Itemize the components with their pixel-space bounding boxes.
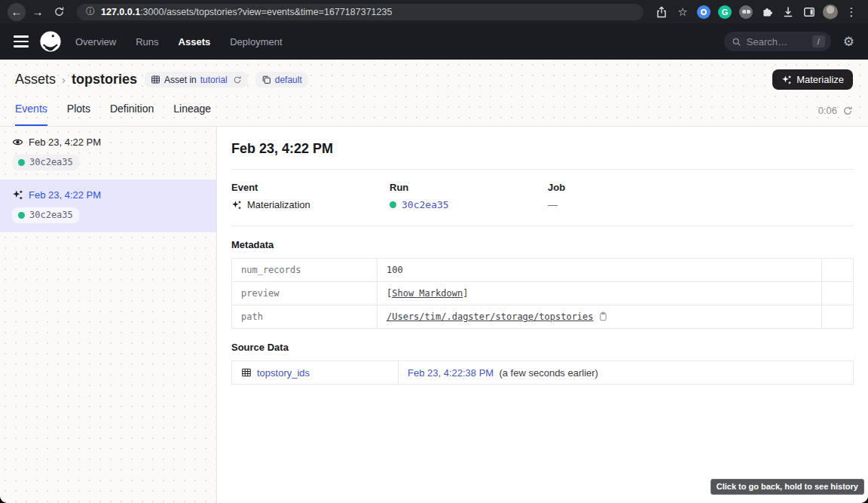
source-time-link[interactable]: Feb 23, 4:22:38 PM (408, 367, 494, 379)
share-icon[interactable] (653, 3, 671, 21)
profile-avatar[interactable] (821, 3, 839, 21)
extension-blue-icon[interactable] (695, 3, 713, 21)
table-row: topstory_ids Feb 23, 4:22:38 PM (a few s… (232, 361, 854, 385)
dagster-logo[interactable] (39, 30, 62, 53)
nav-item-overview[interactable]: Overview (75, 36, 116, 48)
path-link[interactable]: /Users/tim/.dagster/storage/topstories (387, 311, 594, 322)
browser-reload-button[interactable] (50, 3, 68, 21)
table-row: path /Users/tim/.dagster/storage/topstor… (232, 305, 854, 329)
materialize-label: Materialize (796, 74, 844, 85)
url-text: 127.0.0.1:3000/assets/topstories?view=ev… (101, 7, 392, 17)
bookmark-star-icon[interactable]: ☆ (674, 3, 692, 21)
search-shortcut-key: / (812, 35, 825, 48)
event-timestamp: Feb 23, 4:22 PM (29, 136, 101, 148)
run-id-pill[interactable]: 30c2ea35 (12, 207, 79, 223)
metadata-value: 100 (377, 259, 822, 282)
tag-label-prefix: Asset in (164, 75, 197, 85)
search-input[interactable]: Search… / (724, 32, 831, 51)
copy-clipboard-icon[interactable] (598, 311, 608, 321)
default-group-tag[interactable]: default (255, 72, 308, 87)
url-host: 127.0.0.1 (101, 7, 140, 17)
refresh-icon[interactable] (842, 106, 853, 116)
metadata-value: [Show Markdown] (377, 282, 822, 305)
breadcrumb-assets-link[interactable]: Assets (15, 72, 56, 87)
sparkle-icon (12, 189, 23, 201)
browser-menu-icon[interactable]: ⋮ (842, 3, 860, 21)
tab-plots[interactable]: Plots (67, 103, 90, 126)
event-summary-grid: Event Materialization Run 30c2ea35 Job — (231, 170, 854, 225)
table-row: num_records 100 (232, 259, 854, 282)
primary-nav: Overview Runs Assets Deployment (75, 36, 283, 48)
asset-group-tag[interactable]: Asset in tutorial (145, 72, 248, 87)
downloads-icon[interactable] (779, 3, 797, 21)
bracket: ] (463, 288, 468, 299)
metadata-table: num_records 100 preview [Show Markdown] … (231, 258, 854, 329)
search-placeholder: Search… (747, 36, 807, 48)
show-markdown-link[interactable]: Show Markdown (392, 288, 463, 299)
browser-forward-button[interactable]: → (29, 3, 47, 21)
address-bar[interactable]: ⓘ 127.0.0.1:3000/assets/topstories?view=… (77, 4, 643, 20)
tab-events[interactable]: Events (15, 103, 47, 126)
event-detail-title: Feb 23, 4:22 PM (231, 141, 854, 157)
run-id-link[interactable]: 30c2ea35 (402, 199, 449, 210)
tutorial-repo-link[interactable]: tutorial (200, 75, 228, 85)
job-value: — (548, 199, 854, 210)
reload-repo-icon[interactable] (233, 75, 242, 84)
timer-value: 0:06 (818, 105, 837, 116)
tab-lineage[interactable]: Lineage (173, 103, 211, 126)
metadata-heading: Metadata (231, 239, 854, 250)
metadata-value: /Users/tim/.dagster/storage/topstories (377, 305, 822, 329)
nav-item-runs[interactable]: Runs (136, 36, 158, 48)
default-group-link[interactable]: default (275, 75, 302, 85)
run-status-dot (18, 212, 25, 219)
grammarly-extension-icon[interactable]: G (716, 3, 734, 21)
site-info-icon[interactable]: ⓘ (86, 5, 95, 18)
breadcrumb-separator: › (62, 73, 66, 86)
event-label: Event (231, 182, 390, 193)
sparkle-icon (781, 75, 792, 85)
app-navbar: Overview Runs Assets Deployment Search… … (0, 23, 868, 60)
run-id-pill[interactable]: 30c2ea35 (12, 155, 79, 170)
settings-gear-icon[interactable]: ⚙ (843, 35, 854, 48)
source-data-heading: Source Data (231, 342, 854, 353)
event-list-item-materialization[interactable]: Feb 23, 4:22 PM 30c2ea35 (0, 179, 216, 232)
eye-icon (12, 136, 23, 148)
browser-toolbar: ← → ⓘ 127.0.0.1:3000/assets/topstories?v… (0, 0, 868, 23)
breadcrumb: Assets › topstories (15, 72, 137, 87)
extension-gray-icon[interactable] (737, 3, 755, 21)
event-list-item-observation[interactable]: Feb 23, 4:22 PM 30c2ea35 (0, 127, 216, 179)
metadata-extra-cell (822, 259, 854, 282)
sparkle-icon (231, 200, 242, 210)
browser-back-tooltip: Click to go back, hold to see history (711, 479, 864, 495)
nav-item-deployment[interactable]: Deployment (230, 36, 282, 48)
browser-back-button[interactable]: ← (8, 3, 26, 21)
table-icon (241, 367, 252, 378)
page-title: topstories (72, 72, 137, 87)
table-icon (151, 75, 160, 84)
tab-definition[interactable]: Definition (110, 103, 154, 126)
metadata-key: preview (232, 282, 377, 305)
table-row: preview [Show Markdown] (232, 282, 854, 305)
source-asset-link[interactable]: topstory_ids (257, 367, 310, 379)
event-timestamp: Feb 23, 4:22 PM (29, 189, 101, 201)
run-id: 30c2ea35 (29, 210, 73, 220)
job-label: Job (548, 182, 854, 193)
metadata-extra-cell (822, 282, 854, 305)
side-panel-icon[interactable] (800, 3, 818, 21)
run-status-dot (390, 201, 396, 208)
run-label: Run (390, 182, 548, 193)
nav-item-assets[interactable]: Assets (179, 36, 211, 48)
tab-bar: Events Plots Definition Lineage (15, 103, 211, 126)
source-data-table: topstory_ids Feb 23, 4:22:38 PM (a few s… (231, 360, 854, 385)
materialize-button[interactable]: Materialize (772, 69, 853, 90)
hamburger-menu-icon[interactable] (14, 35, 29, 48)
refresh-timer: 0:06 (818, 105, 853, 126)
metadata-key: num_records (232, 259, 377, 282)
run-status-dot (18, 159, 25, 166)
run-id: 30c2ea35 (29, 157, 73, 167)
app-window: ← → ⓘ 127.0.0.1:3000/assets/topstories?v… (0, 0, 868, 503)
source-time-note: (a few seconds earlier) (497, 367, 598, 379)
page-header: Assets › topstories Asset in tutorial de… (0, 60, 868, 127)
event-list-sidebar: Feb 23, 4:22 PM 30c2ea35 Feb 23, 4:22 PM… (0, 127, 217, 503)
extensions-puzzle-icon[interactable] (758, 3, 776, 21)
